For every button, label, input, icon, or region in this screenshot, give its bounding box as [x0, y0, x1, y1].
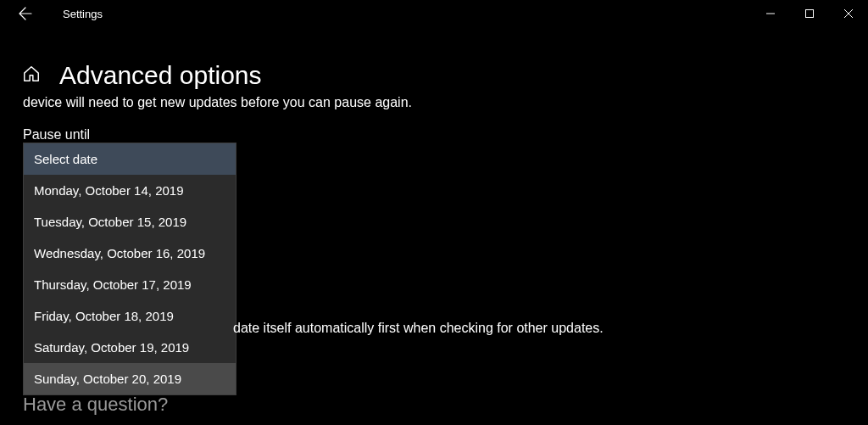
maximize-icon	[805, 9, 814, 18]
minimize-button[interactable]	[751, 0, 790, 27]
svg-rect-0	[806, 10, 814, 18]
device-pause-text: device will need to get new updates befo…	[23, 95, 868, 110]
minimize-icon	[766, 9, 775, 18]
app-title: Settings	[63, 8, 103, 20]
dropdown-item[interactable]: Wednesday, October 16, 2019	[24, 238, 236, 269]
page-header: Advanced options	[22, 61, 868, 90]
maximize-button[interactable]	[790, 0, 829, 27]
pause-date-dropdown[interactable]: Select dateMonday, October 14, 2019Tuesd…	[23, 143, 236, 395]
window-controls	[751, 0, 868, 27]
close-icon	[844, 9, 853, 18]
question-heading: Have a question?	[23, 394, 168, 416]
auto-update-text-partial: date itself automatically first when che…	[233, 321, 604, 336]
close-button[interactable]	[829, 0, 868, 27]
dropdown-item[interactable]: Thursday, October 17, 2019	[24, 269, 236, 300]
dropdown-item[interactable]: Tuesday, October 15, 2019	[24, 206, 236, 238]
page-title: Advanced options	[59, 61, 262, 90]
dropdown-item[interactable]: Monday, October 14, 2019	[24, 175, 236, 206]
pause-until-label: Pause until	[23, 127, 868, 143]
titlebar: Settings	[0, 0, 868, 27]
back-button[interactable]	[12, 0, 39, 27]
dropdown-item[interactable]: Saturday, October 19, 2019	[24, 332, 236, 363]
dropdown-item[interactable]: Sunday, October 20, 2019	[24, 363, 236, 394]
home-icon[interactable]	[22, 64, 41, 87]
dropdown-item[interactable]: Friday, October 18, 2019	[24, 300, 236, 332]
dropdown-item[interactable]: Select date	[24, 143, 236, 175]
arrow-left-icon	[19, 7, 32, 20]
